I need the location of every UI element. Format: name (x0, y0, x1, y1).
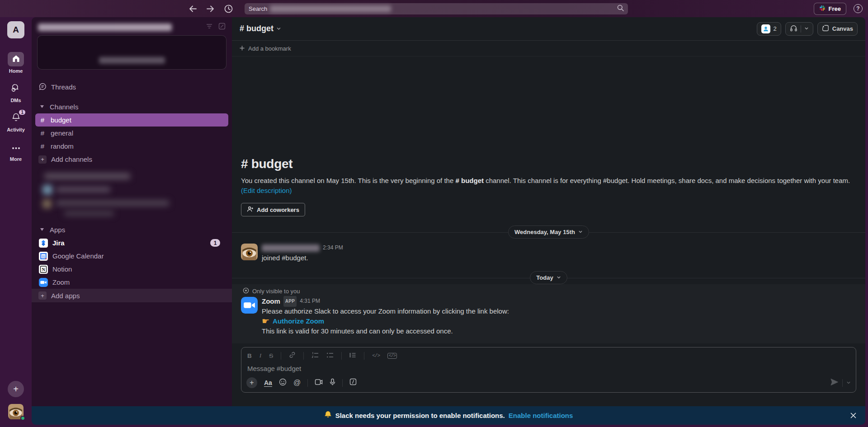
workspace-avatar[interactable]: A (7, 21, 24, 38)
message-composer[interactable]: B I S </> </> (241, 347, 856, 393)
chevron-down-icon (276, 24, 281, 33)
search-icon (617, 5, 624, 13)
canvas-button[interactable]: Canvas (817, 22, 858, 36)
sidebar-item-activity[interactable]: 1 Activity (7, 111, 25, 132)
huddle-button[interactable] (785, 22, 813, 36)
send-button[interactable] (830, 378, 839, 388)
user-avatar[interactable] (241, 244, 258, 260)
history-back-icon[interactable] (189, 5, 197, 12)
channel-title-button[interactable]: # budget (240, 24, 281, 33)
message-timestamp[interactable]: 2:34 PM (323, 243, 343, 253)
add-bookmark-button[interactable]: Add a bookmark (248, 45, 291, 52)
sidebar-item-more[interactable]: More (8, 140, 24, 162)
today-divider-button[interactable]: Today (530, 271, 567, 284)
sidebar-item-threads[interactable]: Threads (35, 80, 228, 94)
free-plan-badge[interactable]: Free (814, 3, 846, 15)
enable-notifications-link[interactable]: Enable notifications (509, 412, 573, 419)
workspace-name-redacted[interactable] (38, 23, 172, 31)
home-icon (12, 54, 20, 65)
audio-clip-button[interactable] (330, 378, 335, 388)
message-input[interactable]: Message #budget (241, 361, 856, 376)
create-new-button[interactable]: + (8, 381, 24, 397)
shortcuts-button[interactable] (349, 378, 357, 387)
filter-icon[interactable] (206, 23, 213, 32)
app-item-zoom[interactable]: Zoom (35, 276, 228, 289)
message-zoom-app[interactable]: Zoom APP 4:31 PM Please authorize Slack … (232, 297, 865, 338)
left-rail: A Home DMs 1 Activity More (0, 17, 32, 425)
date-divider-button[interactable]: Wednesday, May 15th (508, 225, 589, 239)
add-apps-button[interactable]: + Add apps (32, 289, 232, 302)
attach-plus-button[interactable]: + (246, 377, 257, 388)
channel-intro-description: You created this channel on May 15th. Th… (241, 176, 856, 196)
message-text-line3: This link is valid for 30 minutes and ca… (262, 326, 509, 336)
compose-icon[interactable] (218, 23, 226, 32)
search-input[interactable]: Search (245, 3, 628, 14)
channel-item-random[interactable]: # random (35, 140, 228, 153)
channel-item-general[interactable]: # general (35, 127, 228, 140)
jira-icon (39, 239, 48, 248)
bell-icon (324, 411, 332, 420)
divider (307, 379, 308, 387)
history-forward-icon[interactable] (207, 5, 214, 12)
blockquote-button[interactable] (349, 352, 356, 360)
add-channels-button[interactable]: + Add channels (35, 153, 228, 166)
emoji-button[interactable] (279, 378, 287, 388)
date-divider: Wednesday, May 15th (232, 225, 865, 239)
channels-section-header[interactable]: Channels (35, 100, 228, 113)
bold-button[interactable]: B (247, 352, 252, 359)
jira-unread-badge: 1 (210, 239, 220, 247)
format-toggle-button[interactable]: Aa (264, 379, 272, 386)
direct-messages-redacted (42, 173, 222, 216)
mention-button[interactable]: @ (293, 379, 301, 387)
hash-icon: # (39, 129, 46, 137)
code-block-button[interactable]: </> (387, 353, 397, 359)
sidebar-item-home[interactable]: Home (8, 52, 24, 74)
add-coworkers-button[interactable]: Add coworkers (241, 203, 305, 216)
channel-header: # budget 2 (232, 17, 865, 41)
app-item-google-calendar[interactable]: 31 Google Calendar (35, 249, 228, 263)
slack-logo-icon (819, 5, 826, 13)
code-button[interactable]: </> (372, 353, 380, 358)
send-options-chevron-icon[interactable] (846, 379, 851, 387)
authorize-zoom-link[interactable]: Authorize Zoom (273, 316, 324, 326)
getting-started-card[interactable] (37, 35, 226, 70)
help-icon[interactable]: ? (854, 4, 863, 13)
video-clip-button[interactable] (315, 379, 323, 387)
edit-description-link[interactable]: (Edit description) (241, 187, 292, 194)
bullet-list-button[interactable] (326, 352, 334, 360)
chevron-down-icon[interactable] (804, 25, 809, 32)
apps-section-header[interactable]: Apps (35, 223, 228, 236)
app-item-notion[interactable]: N Notion (35, 263, 228, 276)
zoom-app-avatar[interactable] (241, 297, 258, 314)
chevron-down-icon (40, 228, 44, 231)
divider (801, 25, 801, 33)
zoom-icon (39, 278, 48, 287)
message-text-line1: Please authorize Slack to access your Zo… (262, 306, 509, 316)
sidebar-item-dms[interactable]: DMs (8, 81, 24, 103)
link-button[interactable] (289, 352, 296, 360)
italic-button[interactable]: I (259, 352, 262, 359)
eye-icon (243, 287, 249, 295)
message-join[interactable]: 2:34 PM joined #budget. (232, 241, 865, 265)
username-redacted[interactable] (262, 244, 320, 252)
divider (364, 352, 364, 360)
history-clock-icon[interactable] (224, 5, 233, 13)
app-sender-name[interactable]: Zoom (262, 296, 280, 306)
divider (342, 379, 343, 387)
today-divider: Today (232, 271, 865, 284)
svg-text:N: N (42, 267, 45, 272)
strikethrough-button[interactable]: S (269, 352, 273, 359)
user-avatar[interactable] (8, 404, 24, 419)
composer-actions: + Aa @ (241, 376, 856, 392)
message-timestamp[interactable]: 4:31 PM (300, 296, 320, 306)
member-count: 2 (774, 25, 777, 32)
app-item-jira[interactable]: Jira 1 (35, 236, 228, 249)
channel-item-budget[interactable]: # budget (35, 113, 228, 127)
close-icon[interactable] (850, 406, 857, 425)
bookmarks-bar: Add a bookmark (232, 41, 865, 56)
members-button[interactable]: 2 (757, 22, 781, 36)
plus-icon (240, 45, 245, 52)
ordered-list-button[interactable] (311, 352, 319, 360)
card-content-redacted (99, 57, 165, 64)
google-calendar-icon: 31 (39, 252, 48, 261)
